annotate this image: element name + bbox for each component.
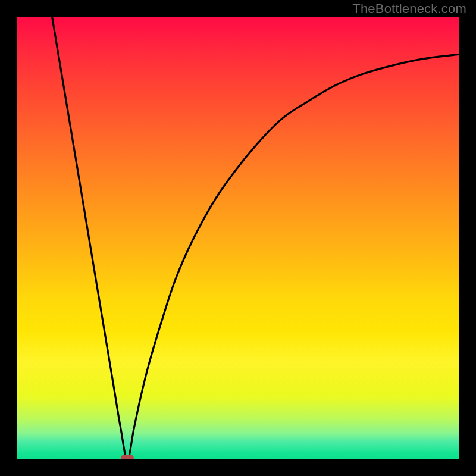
minimum-marker	[121, 455, 134, 459]
chart-stage: TheBottleneck.com	[0, 0, 476, 476]
watermark-text: TheBottleneck.com	[352, 1, 466, 17]
plot-area	[17, 17, 459, 459]
bottleneck-curve	[17, 17, 459, 459]
